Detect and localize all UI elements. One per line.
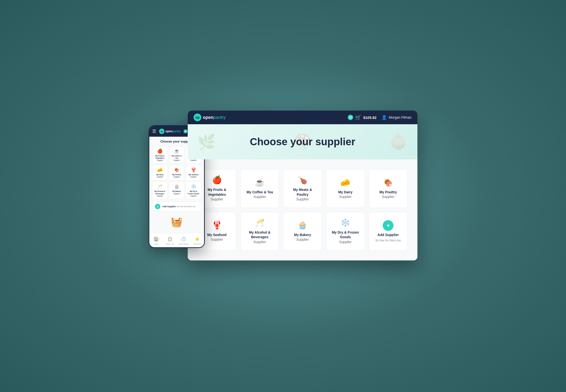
mobile-card-bakery[interactable]: 🧁 My BakerySupplier [169,182,184,199]
meats-label: My Meats & Poultry Supplier [287,187,318,202]
mobile-coffee-icon: ☕ [174,148,179,154]
mobile-card-frozen[interactable]: ❄️ My Dry & Frozen GoodsSupplier [186,182,201,199]
desktop-nav-right: 22 🛒 $105.82 👤 Morgan Filman [348,114,412,120]
mobile-card-coffee[interactable]: ☕ My Coffee & TeaSupplier [169,146,184,164]
desktop-user-name: Morgan Filman [389,115,412,119]
dairy-label: My Dairy Supplier [338,190,352,199]
add-supplier-card[interactable]: + Add Supplier Its free for them too [369,212,408,251]
dairy-icon: 🧀 [341,178,350,187]
mobile-basket-decoration: 🧺 [152,214,201,230]
desktop-hero-title: Choose your supplier [197,136,408,148]
bakery-icon: 🧁 [298,220,307,230]
supplier-card-coffee[interactable]: ☕ My Coffee & Tea Supplier [240,169,279,208]
mobile-nav-favourites[interactable]: ⭐ Favourites [190,235,204,246]
mobile-card-alcohol-label: My Alcohol & BeveragesSupplier [153,190,166,197]
desktop-cart-badge: 22 [348,115,353,120]
mobile-add-supplier-row[interactable]: + Add Supplier Its free for them too [152,202,201,211]
mobile-dairy-icon: 🧀 [157,167,163,173]
mobile-cart-badge: 22 [183,129,187,133]
bakery-label: My Bakery Supplier [294,233,311,242]
mobile-add-text: Add Supplier Its free for them too [162,205,196,208]
add-supplier-sub: Its free for them too [375,239,401,242]
mobile-card-coffee-label: My Coffee & TeaSupplier [170,155,183,161]
frozen-icon: ❄️ [341,218,350,227]
desktop-brand[interactable]: op openpantry [194,113,225,121]
mobile-favourites-icon: ⭐ [194,236,201,243]
supplier-card-poultry[interactable]: 🍖 My Poultry Supplier [369,169,408,208]
mobile-poultry-icon: 🍖 [174,167,179,173]
mobile-card-seafood-label: My SeafoodSupplier [189,174,198,178]
mobile-frozen-icon: ❄️ [191,184,196,189]
desktop-user-info[interactable]: 👤 Morgan Filman [382,115,412,120]
fruits-icon: 🍎 [212,175,222,184]
mobile-card-seafood[interactable]: 🦞 My SeafoodSupplier [186,165,201,180]
mobile-logo-icon: op [159,129,164,134]
mobile-brand-text: openpantry [165,130,181,133]
mobile-brand: op openpantry [159,129,181,134]
poultry-icon: 🍖 [383,178,393,187]
mobile-bottom-nav: 🏠 Home 📋 Pantry List 🕐 Order History ⭐ F… [149,233,204,247]
coffee-icon: ☕ [255,178,265,187]
fruits-label: My Fruits & Vegetables Supplier [202,187,232,202]
supplier-grid-section: 🍎 My Fruits & Vegetables Supplier ☕ My C… [188,159,417,260]
mobile-nav-orders-label: Order History [179,243,189,245]
desktop-user-icon: 👤 [382,115,387,120]
mobile-card-frozen-label: My Dry & Frozen GoodsSupplier [187,190,200,197]
mobile-nav-orders[interactable]: 🕐 Order History [177,235,190,246]
mobile-add-icon: + [155,204,160,209]
mobile-card-poultry[interactable]: 🍖 My PoultrySupplier [169,165,184,180]
supplier-grid: 🍎 My Fruits & Vegetables Supplier ☕ My C… [197,169,408,251]
mobile-nav-pantry-label: Pantry List [166,243,174,245]
supplier-card-alcohol[interactable]: 🥂 My Alcohol & Beverages Supplier [240,212,279,251]
mobile-nav-favourites-label: Favourites [193,243,201,245]
mobile-nav-home-label: Home [154,243,159,245]
mobile-nav-pantry[interactable]: 📋 Pantry List [163,235,177,246]
mobile-card-dairy[interactable]: 🧀 My DairySupplier [152,165,168,180]
mobile-card-poultry-label: My PoultrySupplier [172,174,181,178]
alcohol-icon: 🥂 [255,218,265,227]
desktop-navbar: op openpantry 22 🛒 $105.82 👤 Morgan Film… [188,111,417,124]
hamburger-icon[interactable]: ☰ [152,129,156,134]
seafood-label: My Seafood Supplier [207,233,226,242]
poultry-label: My Poultry Supplier [380,190,397,199]
mobile-card-fruits[interactable]: 🍎 My Fruits & VegetablesSupplier [152,146,168,164]
coffee-label: My Coffee & Tea Supplier [247,190,273,199]
supplier-card-dairy[interactable]: 🧀 My Dairy Supplier [326,169,365,208]
mobile-fruits-icon: 🍎 [157,148,163,154]
meats-icon: 🍗 [298,175,307,184]
mobile-nav-home[interactable]: 🏠 Home [149,235,163,246]
seafood-icon: 🦞 [212,220,222,230]
mobile-card-dairy-label: My DairySupplier [156,174,164,178]
mobile-home-icon: 🏠 [153,236,160,243]
scene: ☰ op openpantry 22 🛒 $52.24 Choose your … [149,111,417,281]
add-supplier-icon: + [383,220,393,231]
desktop-browser: op openpantry 22 🛒 $105.82 👤 Morgan Film… [188,111,417,260]
mobile-card-bakery-label: My BakerySupplier [172,190,181,195]
desktop-logo-icon: op [194,113,201,121]
supplier-card-bakery[interactable]: 🧁 My Bakery Supplier [283,212,322,251]
supplier-card-meats[interactable]: 🍗 My Meats & Poultry Supplier [283,169,322,208]
supplier-card-frozen[interactable]: ❄️ My Dry & Frozen Goods Supplier [326,212,365,251]
mobile-seafood-icon: 🦞 [191,167,196,173]
add-supplier-name: Add Supplier [378,233,399,237]
desktop-cart-info[interactable]: 22 🛒 $105.82 [348,114,376,120]
frozen-label: My Dry & Frozen Goods Supplier [330,230,361,245]
mobile-orders-icon: 🕐 [180,236,187,243]
desktop-brand-text: openpantry [203,115,225,120]
desktop-hero: 🌿 🍄 🧅 Choose your supplier [188,124,417,159]
mobile-bakery-icon: 🧁 [174,184,179,189]
mobile-pantry-icon: 📋 [166,236,173,243]
desktop-cart-icon: 🛒 [355,114,361,120]
alcohol-label: My Alcohol & Beverages Supplier [244,230,275,245]
mobile-card-alcohol[interactable]: 🥂 My Alcohol & BeveragesSupplier [152,182,168,199]
mobile-alcohol-icon: 🥂 [157,184,163,189]
desktop-cart-amount: $105.82 [363,115,376,120]
mobile-card-fruits-label: My Fruits & VegetablesSupplier [153,155,166,161]
